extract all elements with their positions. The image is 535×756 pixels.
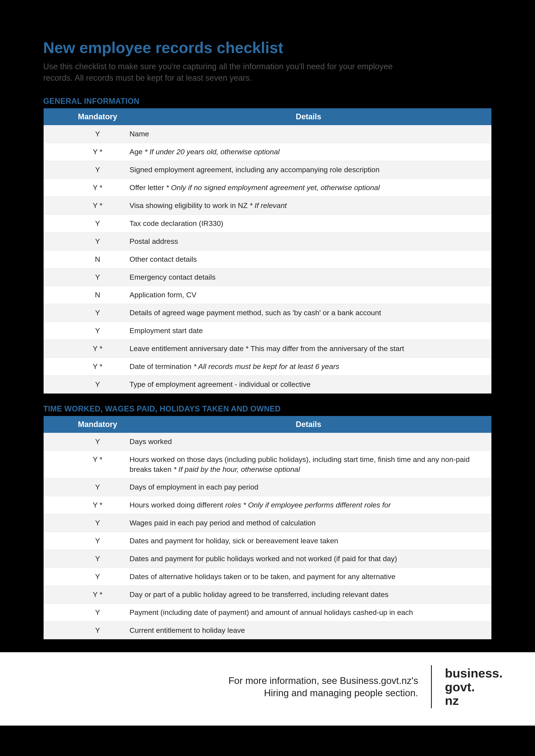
mandatory-cell: Y [70, 322, 126, 340]
intro-text: Use this checklist to make sure you're c… [43, 61, 421, 84]
mandatory-cell: Y [70, 214, 126, 232]
mandatory-cell: Y [70, 532, 126, 550]
footer-brand: business. govt. nz [445, 666, 503, 708]
details-cell: Emergency contact details [126, 268, 492, 286]
section-heading-general: GENERAL INFORMATION [43, 97, 492, 106]
mandatory-cell: Y [70, 268, 126, 286]
checkbox-cell[interactable] [43, 568, 70, 585]
brand-line2: govt. [445, 680, 475, 694]
mandatory-cell: Y [70, 621, 126, 639]
details-cell: Dates of alternative holidays taken or t… [126, 568, 492, 585]
checkbox-cell[interactable] [43, 621, 70, 639]
mandatory-cell: Y * [70, 197, 126, 214]
checkbox-cell[interactable] [43, 358, 70, 375]
checkbox-cell[interactable] [43, 585, 70, 604]
checkbox-cell[interactable] [43, 214, 70, 232]
details-cell: Day or part of a public holiday agreed t… [126, 585, 492, 604]
details-cell: Payment (including date of payment) and … [126, 604, 492, 621]
checkbox-cell[interactable] [43, 532, 70, 550]
table-row: Y *Hours worked on those days (including… [43, 450, 492, 478]
footer-line2: Hiring and managing people section. [264, 688, 418, 698]
table-row: YDetails of agreed wage payment method, … [43, 304, 492, 322]
details-cell: Employment start date [126, 322, 492, 340]
checkbox-cell[interactable] [43, 179, 70, 197]
table-general: Mandatory Details YNameY *Age * If under… [43, 108, 492, 393]
details-cell: Name [126, 125, 492, 143]
checkbox-cell[interactable] [43, 550, 70, 568]
checkbox-cell[interactable] [43, 125, 70, 143]
checkbox-cell[interactable] [43, 375, 70, 393]
footer-divider [431, 665, 432, 708]
mandatory-cell: Y [70, 304, 126, 322]
details-cell: Dates and payment for holiday, sick or b… [126, 532, 492, 550]
checkbox-cell[interactable] [43, 340, 70, 358]
checkbox-cell[interactable] [43, 161, 70, 179]
table-row: Y *Offer letter * Only if no signed empl… [43, 179, 492, 197]
table-row: YPostal address [43, 232, 492, 250]
details-cell: Days of employment in each pay period [126, 478, 492, 496]
checkbox-cell[interactable] [43, 478, 70, 496]
details-cell: Days worked [126, 433, 492, 450]
checkbox-cell[interactable] [43, 286, 70, 304]
table-row: NApplication form, CV [43, 286, 492, 304]
details-cell: Visa showing eligibility to work in NZ *… [126, 197, 492, 214]
checkbox-cell[interactable] [43, 304, 70, 322]
mandatory-cell: Y * [70, 143, 126, 161]
table-time: Mandatory Details YDays workedY *Hours w… [43, 416, 492, 639]
mandatory-cell: Y [70, 550, 126, 568]
mandatory-cell: Y [70, 375, 126, 393]
mandatory-cell: Y [70, 604, 126, 621]
document-page: New employee records checklist Use this … [0, 0, 535, 726]
table-row: YName [43, 125, 492, 143]
mandatory-cell: Y * [70, 585, 126, 604]
checkbox-cell[interactable] [43, 433, 70, 450]
checkbox-cell[interactable] [43, 496, 70, 514]
mandatory-cell: Y [70, 568, 126, 585]
table-row: NOther contact details [43, 250, 492, 268]
details-cell: Signed employment agreement, including a… [126, 161, 492, 179]
column-mandatory: Mandatory [70, 416, 126, 433]
mandatory-cell: Y [70, 433, 126, 450]
details-cell: Details of agreed wage payment method, s… [126, 304, 492, 322]
mandatory-cell: Y [70, 125, 126, 143]
checklist-table: Mandatory Details YDays workedY *Hours w… [43, 416, 492, 639]
brand-line3: nz [445, 693, 459, 708]
mandatory-cell: N [70, 250, 126, 268]
details-cell: Hours worked doing different roles * Onl… [126, 496, 492, 514]
mandatory-cell: Y * [70, 496, 126, 514]
checkbox-cell[interactable] [43, 143, 70, 161]
table-row: YDays worked [43, 433, 492, 450]
mandatory-cell: Y [70, 161, 126, 179]
details-cell: Other contact details [126, 250, 492, 268]
checkbox-cell[interactable] [43, 450, 70, 478]
checkbox-cell[interactable] [43, 268, 70, 286]
details-cell: Application form, CV [126, 286, 492, 304]
table-row: YDates of alternative holidays taken or … [43, 568, 492, 585]
mandatory-cell: Y [70, 514, 126, 532]
checkbox-cell[interactable] [43, 514, 70, 532]
table-row: Y *Hours worked doing different roles * … [43, 496, 492, 514]
mandatory-cell: Y * [70, 340, 126, 358]
checkbox-cell[interactable] [43, 322, 70, 340]
details-cell: Date of termination * All records must b… [126, 358, 492, 375]
section-heading-time: TIME WORKED, WAGES PAID, HOLIDAYS TAKEN … [43, 404, 492, 413]
checkbox-cell[interactable] [43, 232, 70, 250]
table-row: Y *Date of termination * All records mus… [43, 358, 492, 375]
column-details: Details [126, 108, 492, 125]
table-row: YTax code declaration (IR330) [43, 214, 492, 232]
table-row: YWages paid in each pay period and metho… [43, 514, 492, 532]
mandatory-cell: Y * [70, 450, 126, 478]
table-row: YDates and payment for public holidays w… [43, 550, 492, 568]
table-row: Y *Leave entitlement anniversary date * … [43, 340, 492, 358]
checkbox-cell[interactable] [43, 604, 70, 621]
details-cell: Current entitlement to holiday leave [126, 621, 492, 639]
checkbox-cell[interactable] [43, 250, 70, 268]
mandatory-cell: Y * [70, 179, 126, 197]
table-row: YEmployment start date [43, 322, 492, 340]
table-row: Y *Visa showing eligibility to work in N… [43, 197, 492, 214]
table-row: YDays of employment in each pay period [43, 478, 492, 496]
checkbox-cell[interactable] [43, 197, 70, 214]
details-cell: Type of employment agreement - individua… [126, 375, 492, 393]
details-cell: Tax code declaration (IR330) [126, 214, 492, 232]
column-checkbox [43, 108, 70, 125]
